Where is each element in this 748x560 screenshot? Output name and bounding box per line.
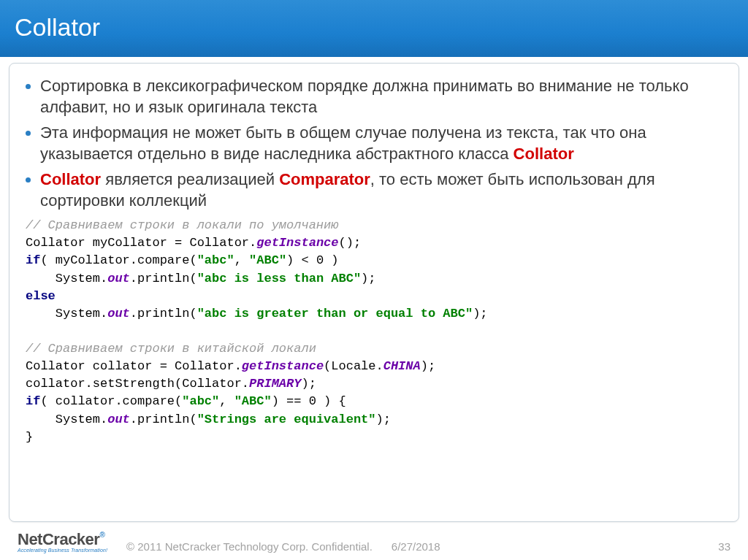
code-block: // Сравниваем строки в локали по умолчан… [26,217,722,446]
code-text: ); [421,359,435,373]
code-text: .println( [130,272,197,285]
code-comment: // Сравниваем строки в китайской локали [26,342,316,356]
code-text: ); [301,377,316,391]
bullet-list: Сортировка в лексикографическом порядке … [26,75,722,211]
code-text: } [26,430,33,444]
code-static: out [107,272,130,285]
code-text: ) < 0 ) [286,253,338,267]
content-panel: Сортировка в лексикографическом порядке … [9,63,739,522]
code-static: getInstance [242,359,324,373]
footer-copyright: © 2011 NetCracker Technology Corp. Confi… [126,540,373,553]
code-text: ); [376,413,391,426]
bullet-bold: Comparator [279,170,370,188]
code-static: out [107,307,130,321]
code-string: "abc" [197,253,234,267]
code-text: Collator myCollator = Collator. [26,236,256,250]
code-text: collator.setStrength(Collator. [26,377,249,391]
code-text: , [234,253,249,267]
bullet-text: Сортировка в лексикографическом порядке … [40,77,689,116]
slide: Collator Сортировка в лексикографическом… [0,0,748,560]
bullet-bold: Collator [514,145,574,163]
code-string: "abc is less than ABC" [197,272,361,285]
code-text: .println( [130,413,197,426]
logo-text: NetCracker [18,530,99,548]
code-keyword: else [26,289,56,303]
code-string: "abc" [182,394,219,408]
logo-main: NetCracker® [18,532,107,548]
footer-date: 6/27/2018 [392,540,440,553]
code-text: Collator collator = Collator. [26,359,242,373]
title-bar: Collator [0,0,748,57]
bullet-item: Сортировка в лексикографическом порядке … [40,75,722,118]
code-text: System. [26,272,107,285]
bullet-item: Collator является реализацией Comparator… [40,169,722,211]
code-text: ); [473,307,487,321]
code-string: "abc is greater than or equal to ABC" [197,307,473,321]
code-static: CHINA [383,359,421,373]
code-comment: // Сравниваем строки в локали по умолчан… [26,218,338,232]
code-text: , [219,394,234,408]
code-text: .println( [130,307,197,321]
code-text: ( collator.compare( [40,394,182,408]
code-text: ) == 0 ) { [272,394,346,408]
code-text: (); [338,236,361,250]
code-static: getInstance [256,236,338,250]
code-text: ( myCollator.compare( [40,253,196,267]
slide-title: Collator [15,13,100,41]
code-static: out [107,413,130,426]
code-text: System. [26,413,107,426]
code-text: System. [26,307,107,321]
bullet-item: Эта информация не может быть в общем слу… [40,122,722,164]
bullet-bold: Collator [40,170,101,188]
code-string: "ABC" [234,394,272,408]
code-string: "Strings are equivalent" [197,413,376,426]
code-text: ); [361,272,375,285]
code-keyword: if [26,253,40,267]
logo-tagline: Accelerating Business Transformation! [18,548,107,553]
code-keyword: if [26,394,40,408]
footer-page-number: 33 [718,540,730,553]
bullet-text: является реализацией [101,170,279,188]
code-static: PRIMARY [249,377,301,391]
code-string: "ABC" [249,253,286,267]
logo-reg: ® [99,531,104,539]
footer: NetCracker® Accelerating Business Transf… [0,526,748,560]
logo: NetCracker® Accelerating Business Transf… [18,532,107,553]
code-text: (Locale. [324,359,383,373]
